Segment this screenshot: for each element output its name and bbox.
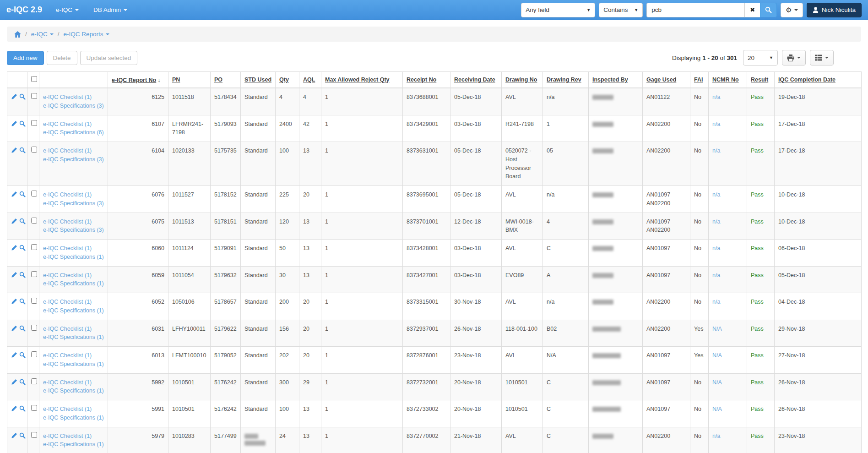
column-header[interactable]: NCMR No xyxy=(709,72,747,88)
update-selected-button[interactable]: Update selected xyxy=(80,51,138,65)
column-header[interactable]: Drawing No xyxy=(502,72,543,88)
checklist-link[interactable]: e-IQC Checklist (1) xyxy=(43,94,92,100)
row-checkbox[interactable] xyxy=(31,405,37,411)
view-magnifier-icon[interactable] xyxy=(19,191,26,200)
user-menu-button[interactable]: Nick Niculita xyxy=(807,3,862,17)
view-magnifier-icon[interactable] xyxy=(19,298,26,307)
specifications-link[interactable]: e-IQC Specifications (3) xyxy=(43,227,104,233)
checklist-link[interactable]: e-IQC Checklist (1) xyxy=(43,326,92,332)
column-header[interactable]: Receipt No xyxy=(403,72,450,88)
edit-pencil-icon[interactable] xyxy=(11,120,17,130)
row-checkbox[interactable] xyxy=(31,325,37,331)
settings-button[interactable]: ⚙ xyxy=(781,3,803,17)
row-checkbox[interactable] xyxy=(31,378,37,384)
row-checkbox[interactable] xyxy=(31,147,37,153)
ncmr-link[interactable]: n/a xyxy=(712,272,720,278)
ncmr-link[interactable]: n/a xyxy=(712,94,720,100)
specifications-link[interactable]: e-IQC Specifications (1) xyxy=(43,415,104,421)
print-button[interactable] xyxy=(782,50,806,65)
view-magnifier-icon[interactable] xyxy=(19,405,26,415)
add-new-button[interactable]: Add new xyxy=(7,51,44,65)
row-checkbox[interactable] xyxy=(31,432,37,438)
checklist-link[interactable]: e-IQC Checklist (1) xyxy=(43,379,92,386)
row-checkbox[interactable] xyxy=(31,351,37,357)
row-checkbox[interactable] xyxy=(31,271,37,277)
row-checkbox[interactable] xyxy=(31,218,37,224)
ncmr-link[interactable]: N/A xyxy=(712,352,722,359)
column-header[interactable]: Max Allowed Reject Qty xyxy=(321,72,403,88)
ncmr-link[interactable]: N/A xyxy=(712,406,722,412)
edit-pencil-icon[interactable] xyxy=(11,379,17,388)
ncmr-link[interactable]: N/A xyxy=(712,379,722,386)
specifications-link[interactable]: e-IQC Specifications (6) xyxy=(43,129,104,136)
row-checkbox[interactable] xyxy=(31,120,37,126)
view-magnifier-icon[interactable] xyxy=(19,272,26,281)
ncmr-link[interactable]: n/a xyxy=(712,218,720,225)
checklist-link[interactable]: e-IQC Checklist (1) xyxy=(43,272,92,278)
clear-search-button[interactable]: ✖ xyxy=(744,3,760,17)
checklist-link[interactable]: e-IQC Checklist (1) xyxy=(43,191,92,198)
column-header[interactable]: Drawing Rev xyxy=(543,72,589,88)
view-magnifier-icon[interactable] xyxy=(19,147,26,156)
checklist-link[interactable]: e-IQC Checklist (1) xyxy=(43,406,92,412)
edit-pencil-icon[interactable] xyxy=(11,93,17,103)
specifications-link[interactable]: e-IQC Specifications (3) xyxy=(43,156,104,163)
edit-pencil-icon[interactable] xyxy=(11,405,17,415)
search-operator-select[interactable]: Contains ▼ xyxy=(599,3,643,17)
delete-button[interactable]: Delete xyxy=(47,51,77,65)
column-header[interactable]: PO xyxy=(211,72,241,88)
column-header[interactable]: Gage Used xyxy=(643,72,690,88)
app-brand[interactable]: e-IQC 2.9 xyxy=(6,5,42,15)
edit-pencil-icon[interactable] xyxy=(11,325,17,334)
column-header[interactable]: Result xyxy=(747,72,775,88)
checklist-link[interactable]: e-IQC Checklist (1) xyxy=(43,245,92,251)
specifications-link[interactable]: e-IQC Specifications (3) xyxy=(43,103,104,109)
edit-pencil-icon[interactable] xyxy=(11,272,17,281)
ncmr-link[interactable]: n/a xyxy=(712,299,720,305)
specifications-link[interactable]: e-IQC Specifications (1) xyxy=(43,388,104,394)
view-magnifier-icon[interactable] xyxy=(19,120,26,130)
column-header[interactable]: IQC Completion Date xyxy=(775,72,862,88)
search-button[interactable] xyxy=(760,3,777,17)
row-checkbox[interactable] xyxy=(31,298,37,304)
nav-menu-db-admin[interactable]: DB Admin xyxy=(93,6,127,13)
column-header[interactable]: STD Used xyxy=(241,72,276,88)
checklist-link[interactable]: e-IQC Checklist (1) xyxy=(43,147,92,154)
specifications-link[interactable]: e-IQC Specifications (1) xyxy=(43,441,104,448)
specifications-link[interactable]: e-IQC Specifications (1) xyxy=(43,361,104,367)
edit-pencil-icon[interactable] xyxy=(11,191,17,200)
breadcrumb-item-eiqc-reports[interactable]: e-IQC Reports xyxy=(64,31,109,38)
edit-pencil-icon[interactable] xyxy=(11,298,17,307)
view-magnifier-icon[interactable] xyxy=(19,432,26,442)
edit-pencil-icon[interactable] xyxy=(11,352,17,361)
checklist-link[interactable]: e-IQC Checklist (1) xyxy=(43,218,92,225)
checklist-link[interactable]: e-IQC Checklist (1) xyxy=(43,299,92,305)
specifications-link[interactable]: e-IQC Specifications (1) xyxy=(43,334,104,340)
view-magnifier-icon[interactable] xyxy=(19,218,26,227)
specifications-link[interactable]: e-IQC Specifications (1) xyxy=(43,254,104,260)
view-magnifier-icon[interactable] xyxy=(19,245,26,254)
select-all-checkbox[interactable] xyxy=(31,76,37,82)
view-magnifier-icon[interactable] xyxy=(19,352,26,361)
checklist-link[interactable]: e-IQC Checklist (1) xyxy=(43,352,92,359)
search-field-select[interactable]: Any field ▼ xyxy=(521,3,595,17)
edit-pencil-icon[interactable] xyxy=(11,218,17,227)
specifications-link[interactable]: e-IQC Specifications (3) xyxy=(43,200,104,207)
column-header[interactable]: Inspected By xyxy=(589,72,643,88)
row-checkbox[interactable] xyxy=(31,191,37,196)
search-input[interactable] xyxy=(646,3,744,17)
view-magnifier-icon[interactable] xyxy=(19,325,26,334)
column-header[interactable]: AQL xyxy=(299,72,321,88)
specifications-link[interactable]: e-IQC Specifications (1) xyxy=(43,307,104,314)
column-header[interactable]: Qty xyxy=(276,72,299,88)
column-header[interactable]: FAI xyxy=(690,72,709,88)
row-checkbox[interactable] xyxy=(31,244,37,250)
ncmr-link[interactable]: n/a xyxy=(712,147,720,154)
columns-button[interactable] xyxy=(810,50,834,65)
ncmr-link[interactable]: n/a xyxy=(712,191,720,198)
ncmr-link[interactable]: n/a xyxy=(712,433,720,439)
column-header[interactable]: e-IQC Report No↓ xyxy=(108,72,168,88)
edit-pencil-icon[interactable] xyxy=(11,245,17,254)
checklist-link[interactable]: e-IQC Checklist (1) xyxy=(43,433,92,439)
page-size-select[interactable]: 20 ▼ xyxy=(743,50,778,65)
